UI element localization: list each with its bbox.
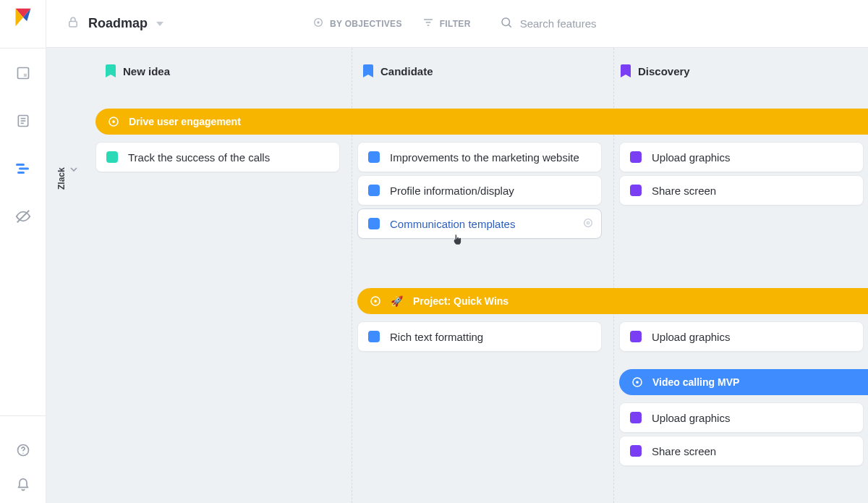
card-label: Upload graphics [652,331,730,343]
card-tag [368,218,380,229]
card-tag [106,151,118,163]
help-icon[interactable] [15,442,31,458]
column-header-new-idea[interactable]: New idea [95,64,353,77]
card-share-screen-1[interactable]: Share screen [619,175,864,206]
card-tag [630,185,642,196]
roadmap-board: New idea Candidate Discovery Zlack [46,48,868,503]
column-headers: New idea Candidate Discovery [95,48,868,94]
target-icon [107,115,120,128]
card-label: Track the success of the calls [128,151,270,164]
target-icon [312,17,324,30]
card-tag [368,151,380,163]
nav-roadmap-icon[interactable] [15,161,31,177]
card-label: Share screen [652,445,716,457]
card-label: Profile information/display [390,185,514,197]
filter-button[interactable]: FILTER [422,17,471,30]
card-upload-graphics-1[interactable]: Upload graphics [619,142,864,172]
nav-doc-icon[interactable] [15,113,31,129]
svg-point-18 [317,21,319,23]
target-icon [631,376,644,389]
card-label: Communication templates [390,218,515,230]
search-area[interactable] [500,16,686,32]
search-icon [500,16,513,32]
svg-point-31 [636,381,639,384]
card-tag [368,185,380,196]
card-rich-text[interactable]: Rich text formatting [357,321,602,352]
nav-board-icon[interactable] [15,65,31,81]
page-title: Roadmap [88,16,148,31]
notifications-icon[interactable] [15,477,31,493]
svg-rect-3 [17,68,28,79]
page-title-wrap[interactable]: Roadmap [67,16,163,32]
svg-point-14 [22,453,23,454]
column-title: Candidate [380,65,433,77]
swimlane-label[interactable]: Zlack [56,167,67,190]
svg-rect-11 [17,172,25,174]
card-upload-graphics-3[interactable]: Upload graphics [619,402,864,433]
svg-point-26 [584,219,592,227]
caret-down-icon [156,17,163,30]
column-title: New idea [123,65,170,77]
top-bar: Roadmap BY OBJECTIVES FILTER [46,0,868,48]
card-communication-templates[interactable]: Communication templates [357,208,602,239]
column-title: Discovery [638,65,690,77]
by-objectives-button[interactable]: BY OBJECTIVES [312,17,402,30]
rocket-emoji: 🚀 [391,295,403,307]
svg-rect-15 [69,21,77,27]
objective-bar-quick-wins[interactable]: 🚀 Project: Quick Wins [357,288,868,314]
nav-hide-icon[interactable] [15,208,31,224]
card-label: Rich text formatting [390,331,483,343]
left-nav-rail [0,0,46,503]
by-objectives-label: BY OBJECTIVES [330,19,402,29]
cursor-pointer-icon [451,233,464,246]
objective-bar-drive-engagement[interactable]: Drive user engagement [95,109,868,135]
card-label: Upload graphics [652,151,730,164]
swimlane-collapse-chevron[interactable] [68,164,80,178]
svg-point-27 [587,221,589,224]
svg-rect-4 [23,74,26,77]
svg-point-25 [112,120,115,123]
objective-bar-video-mvp[interactable]: Video calling MVP [619,369,868,395]
search-input[interactable] [520,17,686,30]
app-logo [13,7,33,28]
card-tag [630,412,642,423]
bookmark-icon [621,64,631,77]
main-area: Roadmap BY OBJECTIVES FILTER [46,0,868,503]
card-upload-graphics-2[interactable]: Upload graphics [619,321,864,352]
objective-label: Video calling MVP [652,376,739,388]
bookmark-icon [106,64,116,77]
svg-rect-10 [19,168,29,170]
column-header-candidate[interactable]: Candidate [353,64,610,77]
visibility-icon[interactable] [582,217,594,231]
target-icon [369,295,382,308]
objective-label: Project: Quick Wins [413,295,509,307]
svg-point-29 [374,300,377,303]
filter-icon [422,17,434,30]
card-share-screen-2[interactable]: Share screen [619,436,864,466]
bookmark-icon [363,64,373,77]
card-track-success[interactable]: Track the success of the calls [95,142,340,172]
card-profile-info[interactable]: Profile information/display [357,175,602,206]
svg-line-23 [509,25,511,27]
card-tag [630,331,642,342]
card-tag [368,331,380,342]
svg-point-22 [502,18,510,26]
card-tag [630,445,642,457]
card-marketing-website[interactable]: Improvements to the marketing website [357,142,602,172]
card-tag [630,151,642,163]
objective-label: Drive user engagement [129,116,241,127]
card-label: Upload graphics [652,412,730,424]
svg-rect-9 [16,164,25,166]
card-label: Improvements to the marketing website [390,151,579,164]
lock-icon [67,16,80,32]
filter-label: FILTER [440,19,471,29]
column-header-discovery[interactable]: Discovery [610,64,868,77]
svg-marker-16 [156,22,163,26]
card-label: Share screen [652,185,716,197]
